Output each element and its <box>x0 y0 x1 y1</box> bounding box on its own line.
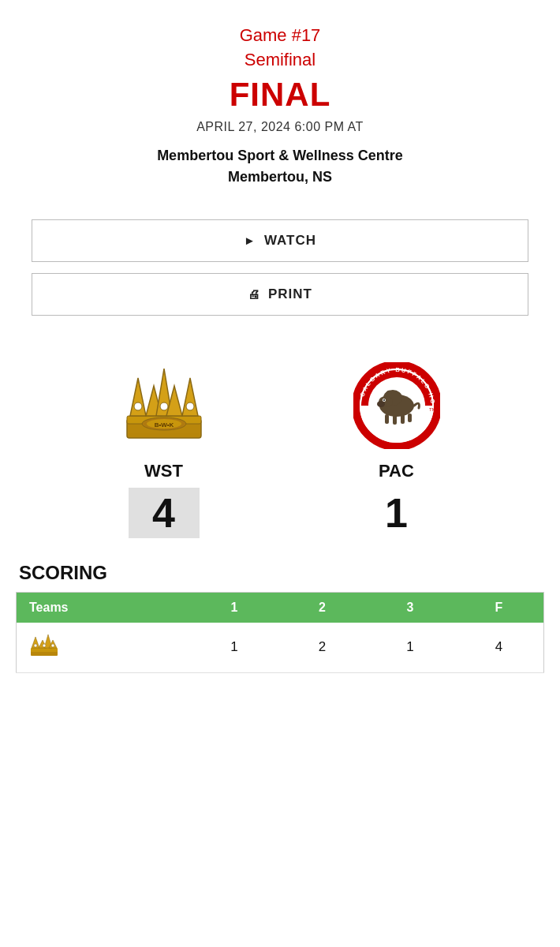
col-p3: 3 <box>366 592 454 623</box>
svg-point-8 <box>160 402 168 410</box>
round-label: Semifinal <box>32 48 528 73</box>
svg-point-22 <box>383 399 385 401</box>
away-team-block: CALGARY BUFFALO HOCKEY ASSOCIATION TM PA… <box>310 358 483 538</box>
svg-rect-24 <box>393 415 397 425</box>
teams-section: B•W•K WST 4 <box>0 342 560 546</box>
home-team-abbr: WST <box>144 461 183 481</box>
watch-label: WATCH <box>264 233 316 249</box>
print-icon: 🖨 <box>248 287 260 301</box>
svg-point-7 <box>134 402 142 410</box>
away-team-logo: CALGARY BUFFALO HOCKEY ASSOCIATION TM <box>345 358 448 453</box>
svg-text:TM: TM <box>429 407 436 412</box>
svg-rect-30 <box>31 648 58 652</box>
svg-point-37 <box>51 644 54 647</box>
svg-rect-25 <box>401 414 405 424</box>
col-p1: 1 <box>190 592 278 623</box>
date-line: APRIL 27, 2024 6:00 PM AT <box>32 120 528 134</box>
svg-point-20 <box>377 401 385 407</box>
wst-final: 4 <box>454 623 544 673</box>
svg-point-9 <box>186 402 194 410</box>
col-teams: Teams <box>17 592 191 623</box>
wst-logo-small <box>29 634 59 657</box>
scoring-title: SCORING <box>16 562 544 584</box>
svg-rect-13 <box>129 433 200 436</box>
col-final: F <box>454 592 544 623</box>
buttons-section: ► WATCH 🖨 PRINT <box>0 204 560 342</box>
game-number: Game #17 <box>32 24 528 48</box>
header-section: Game #17 Semifinal FINAL APRIL 27, 2024 … <box>0 0 560 204</box>
scoring-row-wst: 1 2 1 4 <box>17 623 544 673</box>
svg-text:B•W•K: B•W•K <box>154 421 174 429</box>
home-team-block: B•W•K WST 4 <box>77 358 251 538</box>
scoring-table: Teams 1 2 3 F <box>16 592 544 673</box>
away-team-score: 1 <box>361 488 432 538</box>
watch-button[interactable]: ► WATCH <box>32 219 528 262</box>
home-team-score: 4 <box>129 488 200 538</box>
away-team-abbr: PAC <box>379 461 414 481</box>
print-label: PRINT <box>268 286 312 302</box>
svg-rect-26 <box>408 414 412 422</box>
venue-name: Membertou Sport & Wellness Centre Member… <box>32 145 528 188</box>
wst-p3: 1 <box>366 623 454 673</box>
svg-point-36 <box>43 644 46 647</box>
svg-point-35 <box>34 644 37 647</box>
svg-rect-23 <box>385 414 389 424</box>
col-p2: 2 <box>278 592 367 623</box>
play-icon: ► <box>244 234 256 247</box>
home-team-logo: B•W•K <box>113 358 215 453</box>
page-container: Game #17 Semifinal FINAL APRIL 27, 2024 … <box>0 0 560 673</box>
wst-p1: 1 <box>190 623 278 673</box>
scoring-section: SCORING Teams 1 2 3 F <box>0 546 560 673</box>
team-logo-cell <box>17 623 191 673</box>
print-button[interactable]: 🖨 PRINT <box>32 273 528 316</box>
status-label: FINAL <box>32 76 528 114</box>
wst-p2: 2 <box>278 623 367 673</box>
scoring-header-row: Teams 1 2 3 F <box>17 592 544 623</box>
